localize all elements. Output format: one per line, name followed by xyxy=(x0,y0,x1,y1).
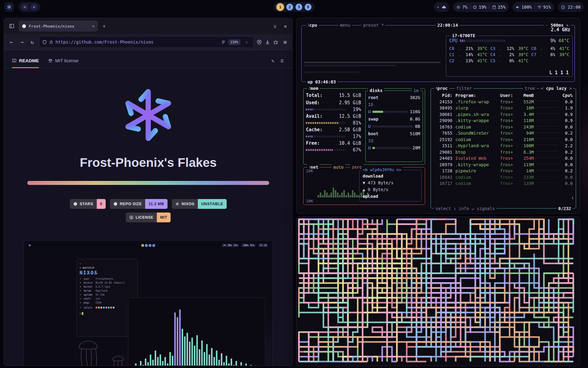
proc-box: 4proc filter tree < cpu lazy > Pid: Prog… xyxy=(431,88,576,209)
readme-screenshot-image[interactable]: 1238 2% 20% 15% 100% 91% 22:18 ~ > maxfe… xyxy=(24,240,273,366)
proc-tree-toggle[interactable]: tree xyxy=(523,85,537,91)
process-user: fros+ xyxy=(500,174,518,181)
audio-network-widget[interactable]: 100% 91% xyxy=(512,2,554,12)
core-temp: 39°C xyxy=(473,45,487,52)
new-tab-button[interactable]: + xyxy=(100,23,108,29)
window-close-button[interactable]: × xyxy=(281,23,289,29)
proc-filter-button[interactable]: filter xyxy=(455,85,473,91)
process-row[interactable]: 1728pipewirefros+14M0.2 xyxy=(431,168,576,174)
clock-widget[interactable]: 22:00 xyxy=(558,2,584,12)
header-pid[interactable]: Pid: xyxy=(434,92,452,99)
sort-next[interactable]: > xyxy=(569,86,572,91)
process-name: codium xyxy=(455,124,500,130)
process-mem: 16M xyxy=(518,105,534,111)
workspace-3[interactable]: 3 xyxy=(296,4,302,10)
process-row[interactable]: 38495slurpfros+16M1.9 xyxy=(431,105,576,111)
badge-stars[interactable]: STARS0 xyxy=(70,199,106,209)
firefox-view-button[interactable] xyxy=(7,21,16,31)
browser-tab[interactable]: Frost-Phoenix/nixos × xyxy=(19,21,98,32)
tracking-shield-icon[interactable] xyxy=(42,40,47,44)
scroll-down-indicator[interactable]: ↓ xyxy=(571,195,574,200)
weather-widget[interactable]: ▾ xyxy=(434,2,449,12)
net-graph-bar xyxy=(356,195,358,197)
proc-sort-control[interactable]: < cpu lazy > xyxy=(539,85,573,91)
tab-mit-license[interactable]: MIT license xyxy=(48,58,78,68)
hamburger-menu-icon[interactable]: ≡ xyxy=(281,39,289,45)
edit-pencil-icon[interactable]: ✎ xyxy=(271,58,274,64)
process-row[interactable]: 29090.kitty-wrappefros+118M0.9 xyxy=(431,117,576,124)
cpu-box-title[interactable]: 1cpu xyxy=(306,22,318,28)
nixos-menu-button[interactable] xyxy=(4,2,14,12)
refresh-button[interactable]: ↻ xyxy=(28,39,36,45)
system-stats-widget[interactable]: 7% 19% 25% xyxy=(453,2,508,12)
workspace-1[interactable]: 1 xyxy=(277,3,284,11)
process-row[interactable]: 25192codiumfros+216M0.0 xyxy=(431,136,576,143)
process-row[interactable]: 24153.firefox-wrapfros+552M0.0 xyxy=(431,99,576,105)
pipes-window xyxy=(296,217,580,366)
bookmark-star-icon[interactable]: ☆ xyxy=(243,39,250,45)
mini-workspace-2: 2 xyxy=(145,244,148,247)
reader-mode-icon[interactable] xyxy=(221,40,226,44)
mem-meter: 67% xyxy=(303,147,364,153)
forward-button[interactable]: → xyxy=(18,39,25,45)
download-speed: ▼ 473 Byte/s xyxy=(363,179,418,186)
mini-workspace-3: 3 xyxy=(149,244,152,247)
process-user: fros+ xyxy=(500,124,518,130)
header-user[interactable]: User: xyxy=(500,92,518,99)
fetch-key: shell xyxy=(84,297,94,301)
header-memb[interactable]: MemB xyxy=(518,92,534,99)
badge-repo-size[interactable]: REPO SIZE11.2 MB xyxy=(110,199,168,209)
zoom-level[interactable]: 130% xyxy=(228,39,241,45)
viz-bar xyxy=(147,362,149,366)
proc-title-text: proc xyxy=(437,86,448,91)
process-row[interactable]: 24403Isolated Webfros+254M0.0 xyxy=(431,155,576,162)
account-shield-icon[interactable] xyxy=(257,40,262,45)
process-row[interactable]: 28979.kitty-wrappefros+119M0.0 xyxy=(431,162,576,168)
net-auto-toggle[interactable]: auto xyxy=(332,164,345,170)
process-row[interactable]: 16763codiumfros+243M0.0 xyxy=(431,124,576,130)
list-tabs-button[interactable]: ∨ xyxy=(271,23,279,29)
process-row[interactable]: 16642codiumfros+233M0.0 xyxy=(431,174,576,181)
mem-box-title[interactable]: 2mem xyxy=(307,85,320,91)
disks-title[interactable]: disks xyxy=(368,87,384,94)
btop-menu-button[interactable]: menu xyxy=(338,22,352,28)
outline-list-icon[interactable] xyxy=(280,59,285,63)
download-icon[interactable] xyxy=(265,40,270,45)
process-cpu-graph xyxy=(536,126,559,126)
extensions-puzzle-icon[interactable] xyxy=(273,40,278,45)
badge-license[interactable]: LICENSEMIT xyxy=(126,213,171,222)
process-pid: 25192 xyxy=(434,136,452,143)
sort-prev[interactable]: < xyxy=(541,86,543,91)
process-mem: 552M xyxy=(518,99,534,105)
media-next-button[interactable]: » xyxy=(31,4,37,10)
process-row[interactable]: 7655.SoundWireSerfros+94M0.2 xyxy=(431,130,576,136)
process-cpu: 0.0 xyxy=(561,162,573,168)
tab-readme[interactable]: README xyxy=(12,58,39,68)
header-cpu[interactable]: Cpu% xyxy=(561,92,573,99)
net-interface[interactable]: <b wlp0s20f0u n> xyxy=(361,167,403,173)
process-row[interactable]: 1511.Hyprland-wrafros+100M2.2 xyxy=(431,143,576,149)
cpu-model: i7-6700TE xyxy=(450,33,477,39)
tab-close-button[interactable]: × xyxy=(92,24,95,29)
fetch-row: •shellzsh xyxy=(80,297,135,301)
process-row[interactable]: 29081btopfros+6.3M0.2 xyxy=(431,149,576,155)
interval-minus[interactable]: - xyxy=(545,23,548,28)
header-program[interactable]: Program: xyxy=(455,92,500,99)
process-row[interactable]: 30681.pipes.sh-wrafros+3.4M0.9 xyxy=(431,111,576,118)
back-button[interactable]: ← xyxy=(8,39,15,45)
palette-swatch xyxy=(105,307,107,309)
workspace-8[interactable]: 8 xyxy=(305,4,311,10)
url-bar[interactable]: https://github.com/Frost-Phoenix/nixos 1… xyxy=(39,36,254,48)
process-mem: 3.4M xyxy=(518,111,534,118)
process-cpu: 0.0 xyxy=(561,180,573,187)
io-mode-toggle[interactable]: io xyxy=(412,87,420,94)
proc-box-title[interactable]: 4proc xyxy=(434,85,449,91)
process-table: 24153.firefox-wrapfros+552M0.038495slurp… xyxy=(431,99,576,187)
badge-nixos[interactable]: NIXOSUNSTABLE xyxy=(172,199,227,209)
process-row[interactable]: 16717codiumfros+135M0.0 xyxy=(431,180,576,187)
viz-bar xyxy=(179,309,181,366)
btop-preset-button[interactable]: preset * xyxy=(362,22,385,28)
media-prev-button[interactable]: « xyxy=(21,4,28,10)
badges-row-1: STARS0REPO SIZE11.2 MBNIXOSUNSTABLE xyxy=(23,199,274,209)
workspace-2[interactable]: 2 xyxy=(286,4,293,10)
